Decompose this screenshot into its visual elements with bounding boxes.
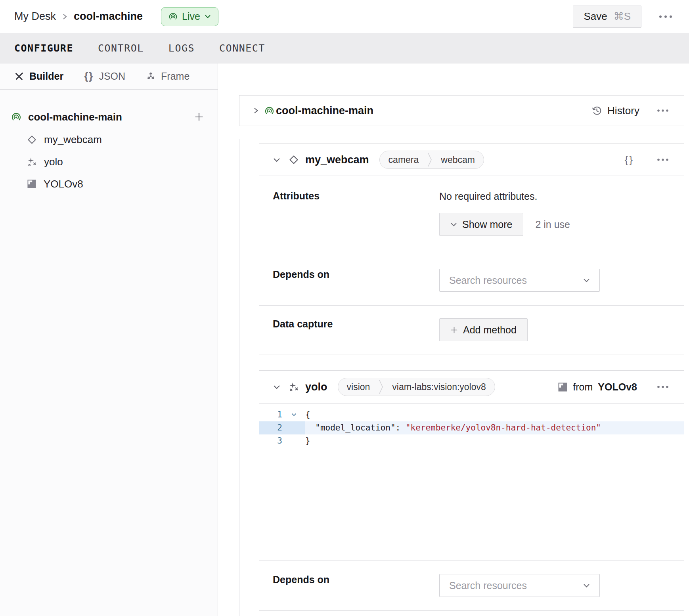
live-label: Live xyxy=(182,11,200,22)
history-label: History xyxy=(607,105,639,117)
badge-model: webcam xyxy=(432,155,484,165)
badge-type: vision xyxy=(338,382,379,392)
depends-on-label: Depends on xyxy=(273,269,439,292)
ellipsis-icon xyxy=(657,109,669,112)
config-main-panel: cool-machine-main History xyxy=(218,63,689,616)
machine-nav-tabs: CONFIGURE CONTROL LOGS CONNECT xyxy=(0,33,689,63)
sparkles-icon xyxy=(289,382,299,392)
breadcrumb-machine-name: cool-machine xyxy=(74,10,143,23)
mode-tab-builder-label: Builder xyxy=(29,71,63,82)
topbar-more-menu-button[interactable] xyxy=(656,12,676,21)
show-more-button[interactable]: Show more xyxy=(439,213,523,236)
card-more-menu-button[interactable] xyxy=(654,155,672,165)
edit-json-button[interactable]: {} xyxy=(622,151,637,169)
depends-on-select[interactable]: Search resources xyxy=(439,269,600,292)
add-method-label: Add method xyxy=(463,324,517,336)
tree-item-label: my_webcam xyxy=(44,134,102,146)
part-title: cool-machine-main xyxy=(276,105,373,117)
from-module-name: YOLOv8 xyxy=(598,381,637,393)
history-button[interactable]: History xyxy=(591,105,639,117)
add-resource-button[interactable] xyxy=(192,110,206,124)
code-json-string-value: "keremberke/yolov8n-hard-hat-detection" xyxy=(406,423,601,432)
braces-icon: {} xyxy=(625,154,634,166)
mode-tab-json[interactable]: {} JSON xyxy=(84,70,125,82)
from-prefix: from xyxy=(573,381,593,393)
mode-tab-builder[interactable]: Builder xyxy=(14,71,63,82)
breadcrumb: My Desk cool-machine xyxy=(14,10,143,23)
machine-part-icon xyxy=(264,106,274,116)
mode-tab-json-label: JSON xyxy=(99,71,125,82)
badge-divider-icon xyxy=(379,378,383,396)
add-method-button[interactable]: Add method xyxy=(439,318,528,341)
tab-configure[interactable]: CONFIGURE xyxy=(14,42,73,54)
camera-diamond-icon xyxy=(27,135,37,145)
component-name: yolo xyxy=(305,381,327,393)
component-name: my_webcam xyxy=(305,154,369,166)
code-line-1[interactable]: 1 { xyxy=(259,408,684,421)
depends-on-select[interactable]: Search resources xyxy=(439,574,600,597)
attributes-in-use-count: 2 in use xyxy=(535,219,570,230)
broadcast-icon xyxy=(168,12,178,21)
line-number: 1 xyxy=(259,408,282,421)
chevron-down-icon xyxy=(205,14,211,19)
type-model-badge: vision viam-labs:vision:yolov8 xyxy=(338,378,495,396)
top-bar: My Desk cool-machine Live Save ⌘S xyxy=(0,0,689,33)
badge-model: viam-labs:vision:yolov8 xyxy=(383,382,494,392)
card-more-menu-button[interactable] xyxy=(654,382,672,392)
tools-icon xyxy=(14,71,24,81)
camera-diamond-icon xyxy=(289,155,299,165)
tree-item-my-webcam[interactable]: my_webcam xyxy=(27,128,206,151)
tree-item-yolo[interactable]: yolo xyxy=(27,151,206,173)
ellipsis-icon xyxy=(659,15,672,18)
code-text: } xyxy=(305,434,684,448)
tree-item-machine-part[interactable]: cool-machine-main xyxy=(11,105,206,128)
my-webcam-card-header: my_webcam camera webcam {} xyxy=(259,144,684,176)
code-line-3[interactable]: 3 } xyxy=(259,434,684,448)
resource-tree: cool-machine-main my_webcam xyxy=(0,90,218,195)
depends-on-label: Depends on xyxy=(273,574,439,597)
line-number: 3 xyxy=(259,434,282,448)
sidebar: Builder {} JSON Frame xyxy=(0,63,218,616)
collapse-card-chevron-button[interactable] xyxy=(271,156,282,164)
depends-on-section: Depends on Search resources xyxy=(259,255,684,305)
from-module-link[interactable]: from YOLOv8 xyxy=(558,381,637,393)
chevron-down-icon xyxy=(583,583,590,588)
tree-item-yolov8-module[interactable]: YOLOv8 xyxy=(27,173,206,195)
frame-axes-icon xyxy=(146,71,156,81)
breadcrumb-location-link[interactable]: My Desk xyxy=(14,10,56,23)
module-icon xyxy=(27,179,36,189)
data-capture-label: Data capture xyxy=(273,318,439,341)
show-more-label: Show more xyxy=(462,219,512,230)
machine-part-icon xyxy=(11,112,21,122)
viam-app-window: My Desk cool-machine Live Save ⌘S xyxy=(0,0,689,616)
tab-control[interactable]: CONTROL xyxy=(98,42,144,54)
attributes-empty-message: No required attributes. xyxy=(439,190,670,203)
machine-part-panel-header: cool-machine-main History xyxy=(239,95,684,126)
badge-type: camera xyxy=(380,155,428,165)
component-card-yolo: yolo vision viam-labs:vision:yolov8 xyxy=(259,370,684,611)
save-button[interactable]: Save ⌘S xyxy=(573,6,641,28)
chevron-down-icon xyxy=(583,278,590,283)
fold-chevron-icon[interactable] xyxy=(282,408,305,421)
depends-on-placeholder: Search resources xyxy=(449,275,527,286)
data-capture-section: Data capture Add method xyxy=(259,305,684,354)
code-line-2[interactable]: 2 "model_location": "keremberke/yolov8n-… xyxy=(259,421,684,434)
part-more-menu-button[interactable] xyxy=(654,106,672,115)
attributes-section: Attributes No required attributes. Show … xyxy=(259,176,684,255)
attributes-json-editor[interactable]: 1 { 2 "model_ xyxy=(259,403,684,560)
tree-root-label: cool-machine-main xyxy=(28,111,122,123)
config-mode-tabs: Builder {} JSON Frame xyxy=(0,63,218,90)
workspace: Builder {} JSON Frame xyxy=(0,63,689,616)
tab-logs[interactable]: LOGS xyxy=(168,42,195,54)
collapse-card-chevron-button[interactable] xyxy=(271,383,282,391)
badge-divider-icon xyxy=(427,151,432,169)
depends-on-placeholder: Search resources xyxy=(449,580,527,591)
module-icon xyxy=(558,382,568,392)
expand-part-chevron-button[interactable] xyxy=(251,105,260,117)
live-status-dropdown[interactable]: Live xyxy=(161,7,218,26)
tab-connect[interactable]: CONNECT xyxy=(219,42,265,54)
depends-on-section: Depends on Search resources xyxy=(259,560,684,610)
sparkles-icon xyxy=(27,157,37,167)
braces-icon: {} xyxy=(84,70,94,82)
mode-tab-frame[interactable]: Frame xyxy=(146,71,189,82)
